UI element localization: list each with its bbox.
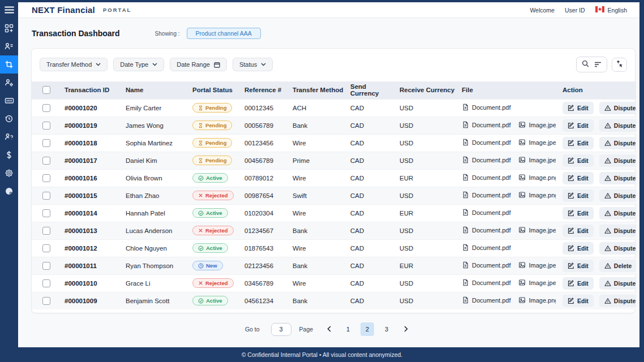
customer-name: Sophia Martinez — [119, 134, 186, 152]
file-link[interactable]: Document.pdf — [462, 104, 510, 111]
file-link[interactable]: Document.pdf — [462, 261, 510, 269]
edit-button[interactable]: Edit — [563, 207, 594, 219]
file-link[interactable]: Image.jpeg — [518, 226, 556, 234]
filter-date-range[interactable]: Date Range — [170, 58, 227, 71]
next-page-button[interactable] — [399, 322, 413, 336]
file-link[interactable]: Image.jpeg — [518, 121, 556, 128]
file-link[interactable]: Document.pdf — [462, 121, 510, 128]
row-checkbox[interactable] — [42, 139, 50, 147]
user-settings-icon[interactable] — [0, 74, 18, 92]
file-link[interactable]: Document.pdf — [462, 279, 510, 286]
edit-button[interactable]: Edit — [563, 154, 594, 167]
dispute-button[interactable]: Dispute — [599, 189, 636, 202]
receive-currency: USD — [393, 134, 455, 152]
crop-tool-icon[interactable] — [0, 55, 18, 74]
row-checkbox[interactable] — [42, 279, 50, 287]
filter-transfer-method[interactable]: Transfer Method — [40, 58, 108, 71]
file-link[interactable]: Document.pdf — [462, 209, 510, 216]
dispute-button[interactable]: Dispute — [599, 137, 636, 149]
reference-number: 02123456 — [238, 257, 286, 274]
dispute-button[interactable]: Dispute — [599, 102, 636, 114]
file-link[interactable]: Document.pdf — [462, 174, 510, 181]
edit-button[interactable]: Edit — [563, 225, 594, 237]
reference-number: 00123456 — [238, 134, 286, 152]
transfer-method: Wire — [286, 169, 344, 187]
hamburger-menu-icon[interactable] — [0, 1, 18, 18]
page-button-2[interactable]: 2 — [360, 322, 374, 336]
dispute-button[interactable]: Dispute — [599, 242, 636, 255]
transaction-id: #00001017 — [58, 152, 119, 169]
user-question-icon[interactable] — [0, 128, 18, 146]
edit-button[interactable]: Edit — [563, 137, 594, 149]
goto-label: Go to — [245, 326, 260, 333]
select-all-checkbox[interactable] — [42, 86, 50, 94]
edit-button[interactable]: Edit — [563, 172, 594, 184]
dispute-button[interactable]: Dispute — [599, 277, 636, 290]
reference-number: 00012345 — [238, 99, 286, 117]
row-checkbox[interactable] — [42, 192, 50, 200]
file-link[interactable]: Document.pdf — [462, 139, 510, 146]
dispute-button[interactable]: Dispute — [599, 225, 636, 237]
file-link[interactable]: Document.pdf — [462, 226, 510, 234]
channel-badge[interactable]: Product channel AAA — [187, 28, 261, 39]
banknote-icon[interactable] — [0, 92, 18, 110]
transfer-method: Prime — [286, 152, 344, 169]
file-link[interactable]: Image.jpeg — [518, 279, 556, 286]
transfer-method: Wire — [286, 239, 344, 257]
goto-page-input[interactable] — [271, 323, 291, 336]
dispute-button[interactable]: Dispute — [599, 295, 636, 307]
prev-page-button[interactable] — [322, 322, 336, 336]
page-button-1[interactable]: 1 — [341, 322, 355, 336]
row-checkbox[interactable] — [42, 227, 50, 235]
row-checkbox[interactable] — [42, 244, 50, 252]
status-badge: Active — [192, 296, 228, 305]
settings-gear-icon[interactable] — [0, 164, 18, 182]
edit-button[interactable]: Edit — [563, 189, 594, 202]
row-checkbox[interactable] — [42, 104, 50, 112]
search-sort-button[interactable] — [576, 57, 607, 72]
delete-button[interactable]: Delete — [599, 260, 636, 272]
filter-date-type[interactable]: Date Type — [113, 58, 164, 71]
dispute-button[interactable]: Dispute — [599, 154, 636, 167]
calendar-icon — [214, 62, 220, 68]
edit-button[interactable]: Edit — [563, 242, 594, 255]
file-link[interactable]: Document.pdf — [462, 191, 510, 199]
file-link[interactable]: Image.jpeg — [518, 139, 556, 146]
file-link[interactable]: Image.png — [518, 191, 556, 199]
row-checkbox[interactable] — [42, 262, 50, 270]
file-link[interactable]: Document.pdf — [462, 296, 510, 304]
file-link[interactable]: Image.png — [518, 174, 556, 181]
file-link[interactable]: Image.png — [518, 296, 556, 304]
edit-button[interactable]: Edit — [563, 260, 594, 272]
globe-icon[interactable] — [0, 182, 18, 200]
row-checkbox[interactable] — [42, 174, 50, 182]
dashboard-grid-icon[interactable] — [0, 19, 18, 37]
dispute-button[interactable]: Dispute — [599, 207, 636, 219]
edit-button[interactable]: Edit — [563, 277, 594, 290]
dispute-button[interactable]: Dispute — [599, 172, 636, 184]
showing-label: Showing : — [155, 31, 180, 37]
language-selector[interactable]: English — [595, 6, 627, 14]
dispute-button[interactable]: Dispute — [599, 119, 636, 132]
file-link[interactable]: Image.jpeg — [518, 261, 556, 269]
file-cell: Document.pdf — [455, 239, 556, 257]
file-link[interactable]: Document.pdf — [462, 244, 510, 251]
row-checkbox[interactable] — [42, 209, 50, 217]
row-checkbox[interactable] — [42, 157, 50, 165]
row-checkbox[interactable] — [42, 122, 50, 130]
transaction-id: #00001014 — [58, 204, 119, 222]
payments-dollar-icon[interactable] — [0, 146, 18, 164]
pointer-export-button[interactable] — [612, 58, 627, 72]
filter-status[interactable]: Status — [233, 58, 273, 71]
row-checkbox[interactable] — [42, 297, 50, 305]
edit-button[interactable]: Edit — [563, 119, 594, 132]
edit-button[interactable]: Edit — [563, 295, 594, 307]
edit-button[interactable]: Edit — [563, 102, 594, 114]
page-button-3[interactable]: 3 — [380, 322, 393, 336]
file-link[interactable]: Image.jpeg — [518, 156, 556, 163]
user-list-icon[interactable] — [0, 37, 18, 55]
action-cell: EditDispute — [556, 187, 636, 204]
history-icon[interactable] — [0, 110, 18, 128]
file-link[interactable]: Document.pdf — [462, 156, 510, 163]
user-id-menu[interactable]: User ID — [565, 7, 585, 14]
